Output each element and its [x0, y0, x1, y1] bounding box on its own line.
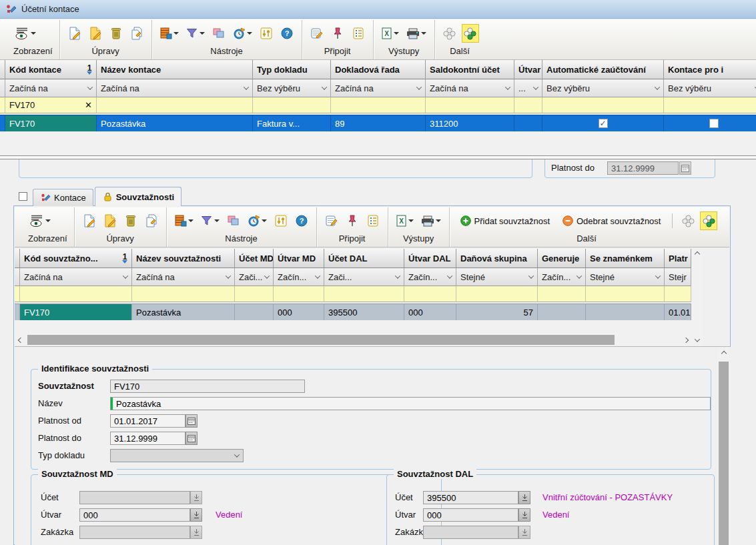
tab-souvztaznosti[interactable]: Souvztažnosti [95, 187, 181, 206]
platnost-do-field[interactable]: 31.12.9999 [110, 432, 185, 445]
tab-kontace[interactable]: Kontace [33, 189, 93, 206]
checkbox[interactable] [709, 119, 719, 128]
filter-value-cell[interactable] [324, 286, 404, 302]
scrollbar-thumb[interactable] [719, 362, 729, 545]
clover-green-icon[interactable] [462, 25, 478, 42]
edit-record-icon[interactable] [87, 25, 103, 42]
copy-record-icon[interactable] [129, 25, 145, 42]
columns-list-icon[interactable] [159, 25, 180, 42]
refresh-clock-icon[interactable] [232, 25, 254, 42]
filter-value-cell[interactable] [664, 97, 756, 113]
typ-dokladu-combo[interactable] [110, 449, 244, 462]
view-eye-button[interactable] [28, 212, 52, 229]
refresh-clock-icon[interactable] [246, 212, 268, 229]
calendar-icon[interactable] [185, 432, 198, 445]
column-header-saldokontni-ucet[interactable]: Saldokontní účet [426, 60, 514, 79]
filter-dropdown[interactable]: ... [514, 79, 542, 97]
edit-record-icon[interactable] [102, 212, 118, 229]
nazev-field[interactable]: Pozastávka [110, 397, 711, 410]
column-header-typ-dokladu[interactable]: Typ dokladu [253, 60, 331, 79]
filter-value-cell[interactable] [253, 97, 331, 113]
clover-gray-icon[interactable] [680, 212, 696, 229]
filter-dropdown[interactable]: Začíná na [426, 79, 514, 97]
merge-pages-icon[interactable] [226, 212, 242, 229]
pin-icon[interactable] [330, 25, 346, 42]
checklist-icon[interactable] [365, 212, 381, 229]
column-header-utvar[interactable]: Útvar [514, 60, 542, 79]
filter-value-cell[interactable] [665, 286, 691, 302]
column-header-ucet-dal[interactable]: Účet DAL [324, 249, 404, 268]
filter-dropdown[interactable]: Bez výběru [542, 79, 664, 97]
filter-value-cell[interactable] [97, 97, 253, 113]
column-header-kod-kontace[interactable]: Kód kontace 1 [5, 60, 97, 79]
filter-value-cell[interactable] [404, 286, 456, 302]
detail-toggle-checkbox[interactable] [19, 192, 27, 201]
utvar-md-field[interactable]: 000 [79, 508, 190, 522]
lookup-icon[interactable] [190, 508, 202, 522]
column-header-nazev-souvztaznosti[interactable]: Název souvztažnosti [132, 249, 235, 268]
filter-dropdown[interactable]: Začíná na [331, 79, 426, 97]
column-header-ucet-md[interactable]: Účet MD [235, 249, 274, 268]
scrollbar-thumb[interactable] [27, 335, 615, 345]
column-header-dokladova-rada[interactable]: Dokladová řada [331, 60, 426, 79]
filter-value-cell[interactable] [514, 97, 542, 113]
column-header-platnost[interactable]: Platr [665, 249, 691, 268]
delete-record-icon[interactable] [123, 212, 139, 229]
calendar-icon[interactable] [185, 414, 198, 428]
filter-value-cell[interactable] [456, 286, 538, 302]
clear-filter-icon[interactable]: ✕ [85, 100, 92, 110]
souvztaznost-field[interactable]: FV170 [110, 380, 305, 393]
column-header-kod-souvztaznosti[interactable]: Kód souvztažno... 1 [20, 249, 132, 268]
clover-green-icon[interactable] [701, 212, 717, 229]
platnost-do-field[interactable]: 31.12.9999 [607, 161, 679, 175]
detail-vertical-scrollbar[interactable] [718, 348, 729, 545]
copy-record-icon[interactable] [143, 212, 159, 229]
filter-value-cell[interactable] [586, 286, 665, 302]
filter-dropdown[interactable]: Začín... [274, 268, 324, 286]
filter-dropdown[interactable]: Stejr [665, 268, 691, 286]
scroll-right-button[interactable] [680, 334, 691, 346]
filter-dropdown[interactable]: Bez výběru [664, 79, 756, 97]
filter-value-cell[interactable] [20, 286, 132, 302]
filter-value-cell[interactable] [426, 97, 514, 113]
lookup-icon[interactable] [518, 526, 530, 539]
add-souvztaznost-button[interactable]: Přidat souvztažnost [456, 215, 554, 226]
filter-value-cell[interactable] [542, 97, 664, 113]
filter-value-cell[interactable]: FV170✕ [5, 97, 97, 113]
scroll-up-button[interactable] [718, 348, 729, 359]
merge-pages-icon[interactable] [211, 25, 227, 42]
filter-dropdown[interactable]: Bez výběru [253, 79, 331, 97]
ucet-md-field[interactable] [79, 491, 190, 504]
utvar-dal-field[interactable]: 000 [423, 508, 518, 522]
help-icon[interactable]: ? [294, 212, 310, 229]
columns-list-icon[interactable] [173, 212, 195, 229]
filter-dropdown[interactable]: Začín... [404, 268, 456, 286]
filter-value-cell[interactable] [331, 97, 426, 113]
remove-souvztaznost-button[interactable]: Odebrat souvztažnost [558, 215, 665, 226]
lookup-icon[interactable] [190, 491, 202, 504]
filter-dropdown[interactable]: Začíná na [97, 79, 253, 97]
print-icon[interactable] [405, 25, 428, 42]
filter-funnel-icon[interactable] [185, 25, 206, 42]
filter-dropdown[interactable]: Zači... [235, 268, 274, 286]
filter-funnel-icon[interactable] [200, 212, 221, 229]
settings-sliders-icon[interactable] [258, 25, 274, 42]
column-header-kontace-pro[interactable]: Kontace pro i [664, 60, 756, 79]
help-icon[interactable]: ? [279, 25, 295, 42]
scroll-down-button[interactable] [691, 335, 703, 346]
new-record-icon[interactable] [67, 25, 83, 42]
filter-dropdown[interactable]: Stejné [456, 268, 538, 286]
scroll-up-button[interactable] [691, 249, 703, 259]
ucet-dal-field[interactable]: 395500 [423, 491, 518, 504]
calendar-icon[interactable] [679, 161, 691, 175]
pin-icon[interactable] [344, 212, 360, 229]
filter-dropdown[interactable]: Stejné [586, 268, 665, 286]
column-header-generuje[interactable]: Generuje [538, 249, 586, 268]
excel-export-icon[interactable]: X [380, 25, 400, 42]
view-eye-button[interactable] [13, 25, 37, 42]
checklist-icon[interactable] [350, 25, 366, 42]
lookup-icon[interactable] [190, 526, 202, 539]
zakazka-dal-field[interactable] [423, 526, 518, 539]
clover-gray-icon[interactable] [442, 25, 458, 42]
table-row[interactable]: FV170 Pozastávka 000 395500 000 57 01.01 [15, 304, 691, 321]
